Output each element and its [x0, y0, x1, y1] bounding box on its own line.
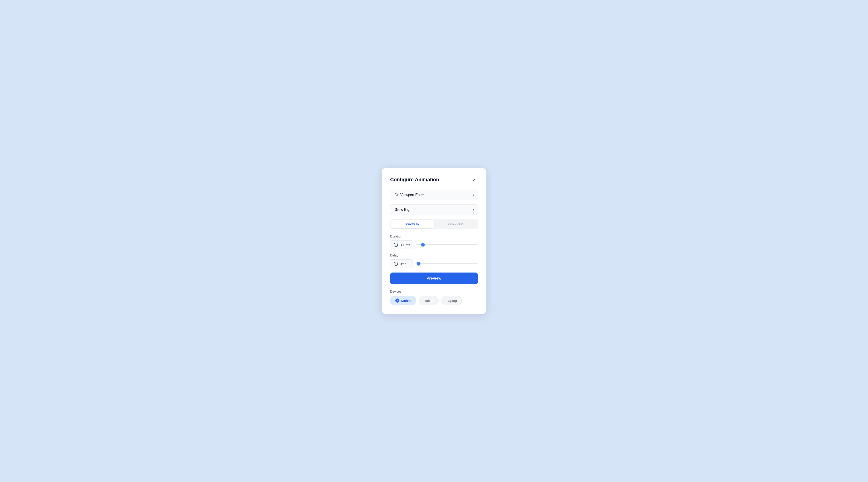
- duration-clock-icon: [394, 243, 398, 247]
- preview-button[interactable]: Preview: [390, 272, 478, 284]
- device-group: ✓ Mobile Tablet Laptop: [390, 296, 478, 305]
- device-laptop-button[interactable]: Laptop: [441, 296, 462, 305]
- device-tablet-button[interactable]: Tablet: [419, 296, 438, 305]
- direction-toggle-group: Grow In Grow Out: [390, 219, 478, 229]
- grow-in-button[interactable]: Grow In: [391, 220, 434, 228]
- animation-select[interactable]: Grow Big: [390, 204, 478, 215]
- duration-label: Duration: [390, 234, 478, 238]
- mobile-check-icon: ✓: [395, 298, 399, 302]
- delay-row: 0ms: [390, 259, 478, 268]
- trigger-select[interactable]: On Viewport Enter: [390, 190, 478, 200]
- close-icon: ×: [473, 177, 475, 182]
- delay-value: 0ms: [400, 262, 406, 266]
- modal-title: Configure Animation: [390, 177, 439, 183]
- device-tablet-label: Tablet: [424, 299, 433, 302]
- grow-out-button[interactable]: Grow Out: [434, 220, 477, 228]
- devices-label: Devices: [390, 290, 478, 293]
- duration-value-box: 300ms: [390, 240, 413, 249]
- configure-animation-modal: Configure Animation × On Viewport Enter …: [382, 168, 486, 314]
- duration-slider-thumb: [421, 243, 425, 247]
- duration-value: 300ms: [400, 243, 410, 247]
- delay-slider[interactable]: [415, 263, 478, 264]
- duration-slider[interactable]: [416, 244, 478, 245]
- modal-header: Configure Animation ×: [390, 176, 478, 183]
- delay-label: Delay: [390, 254, 478, 257]
- delay-clock-icon: [394, 261, 398, 266]
- delay-slider-thumb: [417, 262, 421, 265]
- duration-row: 300ms: [390, 240, 478, 249]
- close-button[interactable]: ×: [471, 176, 478, 183]
- device-mobile-button[interactable]: ✓ Mobile: [390, 296, 416, 305]
- device-mobile-label: Mobile: [401, 299, 411, 302]
- trigger-select-wrapper: On Viewport Enter ▾: [390, 190, 478, 200]
- animation-select-wrapper: Grow Big ▾: [390, 204, 478, 215]
- delay-value-box: 0ms: [390, 259, 413, 268]
- device-laptop-label: Laptop: [446, 299, 457, 302]
